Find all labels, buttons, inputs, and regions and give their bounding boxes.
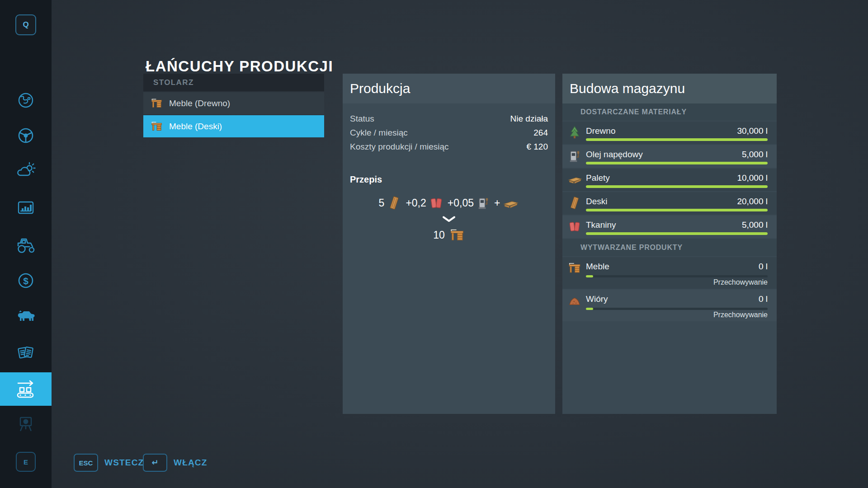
tractor-icon (15, 235, 37, 255)
finances-icon: $ (15, 270, 36, 291)
product-name: Meble (586, 262, 609, 272)
material-name: Olej napędowy (586, 150, 643, 160)
presentation-icon (15, 414, 36, 435)
material-progress-bar (586, 209, 768, 211)
steering-wheel-icon (15, 125, 36, 146)
storage-panel-title: Budowa magazynu (570, 81, 685, 96)
tree-icon (568, 126, 581, 139)
key-hint-e-label: E (24, 458, 28, 466)
production-list: STOLARZ Meble (Drewno) Meble (Deski) (143, 74, 324, 137)
production-chains-icon (14, 378, 38, 400)
chevron-down-icon (343, 216, 555, 223)
stat-label: Status (350, 114, 374, 124)
svg-text:$: $ (23, 276, 28, 286)
production-panel-title: Produkcja (350, 81, 410, 96)
recipe-qty: + (494, 197, 500, 209)
recipe-input-fabric: +0,2 (406, 196, 443, 210)
statistics-icon (15, 198, 36, 219)
material-progress-bar (586, 162, 768, 164)
sidebar-item-vehicles[interactable] (0, 124, 52, 147)
material-amount: 10,000 l (737, 173, 768, 183)
stat-value: € 120 (526, 142, 548, 152)
material-amount: 5,000 l (742, 150, 768, 160)
back-button[interactable]: ESC WSTECZ (74, 454, 144, 472)
material-amount: 30,000 l (737, 126, 768, 136)
storage-panel-header: Budowa magazynu (562, 74, 777, 103)
esc-key-icon: ESC (74, 454, 98, 472)
sidebar-item-map[interactable] (0, 89, 52, 112)
back-button-label: WSTECZ (104, 458, 144, 468)
furniture-icon (568, 261, 581, 275)
product-progress-fill (586, 275, 593, 277)
sidebar-item-animals[interactable] (0, 305, 52, 327)
sidebar-item-production-chains[interactable] (0, 372, 52, 406)
diesel-icon (568, 149, 581, 163)
material-row-deski: Deski 20,000 l (562, 192, 777, 215)
production-panel: Produkcja Status Nie działa Cykle / mies… (343, 74, 555, 414)
furniture-icon (449, 227, 465, 243)
sidebar-item-garage[interactable] (0, 234, 52, 256)
material-progress-fill (586, 162, 768, 164)
material-progress-bar (586, 138, 768, 141)
pallet-icon (503, 196, 519, 210)
products-subheader-label: WYTWARZANE PRODUKTY (580, 244, 683, 252)
production-list-header-label: STOLARZ (153, 78, 194, 87)
list-item-meble-deski[interactable]: Meble (Deski) (143, 115, 324, 137)
recipe-input-diesel: +0,05 (448, 196, 490, 210)
material-amount: 5,000 l (742, 220, 768, 230)
product-note: Przechowywanie (713, 311, 768, 319)
key-hint-q-label: Q (23, 20, 28, 29)
production-panel-header: Produkcja (343, 74, 555, 103)
recipe-output: 10 (343, 227, 555, 243)
recipe-input-pallet: + (494, 196, 519, 210)
key-hint-e: E (16, 452, 36, 472)
material-progress-bar (586, 185, 768, 188)
material-progress-fill (586, 185, 768, 188)
sidebar-item-finances[interactable]: $ (0, 269, 52, 292)
product-row-wiory: Wióry 0 l Przechowywanie (562, 290, 777, 321)
material-name: Palety (586, 173, 610, 183)
fabric-icon (429, 196, 443, 210)
recipe-qty: +0,2 (406, 197, 426, 209)
sidebar-item-presentation[interactable] (0, 413, 52, 436)
stat-value: 264 (533, 128, 548, 138)
material-name: Tkaniny (586, 220, 616, 230)
sidebar-item-statistics[interactable] (0, 197, 52, 220)
stat-value: Nie działa (510, 114, 548, 124)
production-list-header: STOLARZ (143, 74, 324, 91)
stat-label: Cykle / miesiąc (350, 128, 408, 138)
sidebar-item-weather[interactable] (0, 160, 52, 182)
recipe-qty: +0,05 (448, 197, 474, 209)
material-progress-fill (586, 232, 768, 235)
weather-icon (15, 160, 36, 181)
material-row-palety: Palety 10,000 l (562, 169, 777, 191)
material-progress-fill (586, 138, 768, 141)
list-item-label: Meble (Deski) (169, 122, 222, 131)
enter-key-icon: ↵ (143, 454, 167, 472)
recipe-qty: 5 (379, 197, 385, 209)
woodchips-icon (568, 294, 581, 307)
product-progress-bar (586, 308, 768, 310)
fabric-icon (568, 220, 581, 233)
material-amount: 20,000 l (737, 197, 768, 206)
furniture-icon (151, 97, 163, 109)
activate-button[interactable]: ↵ WŁĄCZ (143, 454, 208, 472)
product-progress-fill (586, 308, 593, 310)
recipe-heading: Przepis (350, 174, 548, 185)
sidebar-item-contracts[interactable] (0, 342, 52, 364)
stat-label: Koszty produkcji / miesiąc (350, 142, 449, 152)
esc-key-label: ESC (79, 459, 93, 467)
list-item-meble-drewno[interactable]: Meble (Drewno) (143, 92, 324, 114)
material-row-tkaniny: Tkaniny 5,000 l (562, 216, 777, 238)
product-amount: 0 l (759, 262, 768, 272)
material-progress-bar (586, 232, 768, 235)
page-title: ŁAŃCUCHY PRODUKCJI (146, 58, 333, 75)
diesel-icon (476, 196, 490, 210)
product-amount: 0 l (759, 294, 768, 304)
boards-icon (568, 196, 581, 210)
materials-subheader-label: DOSTARCZANE MATERIAŁY (580, 108, 687, 116)
activate-button-label: WŁĄCZ (174, 458, 208, 468)
material-name: Drewno (586, 126, 615, 136)
material-name: Deski (586, 197, 608, 206)
list-item-label: Meble (Drewno) (169, 99, 230, 108)
